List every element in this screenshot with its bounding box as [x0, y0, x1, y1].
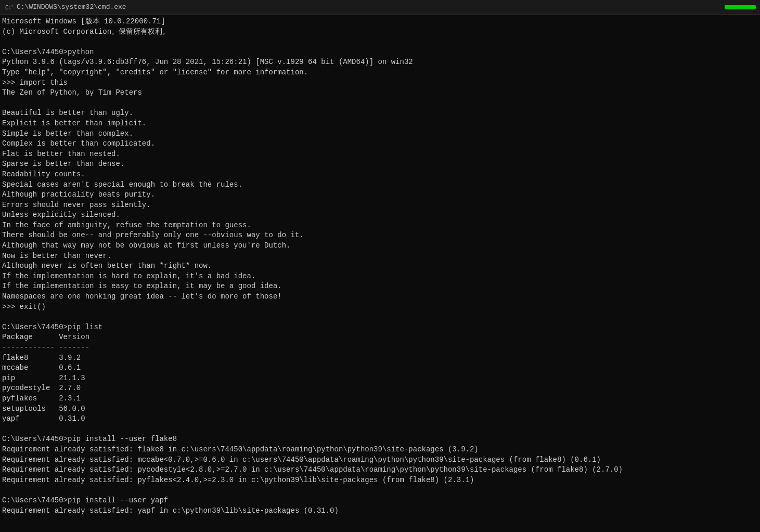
- terminal-empty-line: [2, 312, 758, 322]
- terminal-empty-line: [2, 98, 758, 109]
- terminal-line: There should be one-- and preferably onl…: [2, 230, 758, 241]
- terminal-line: >>> import this: [2, 78, 758, 88]
- terminal-line: Beautiful is better than ugly.: [2, 108, 758, 119]
- terminal-line: Although practicality beats purity.: [2, 190, 758, 200]
- terminal-line: Namespaces are one honking great idea --…: [2, 292, 758, 302]
- window-title: C:\WINDOWS\system32\cmd.exe: [17, 3, 720, 11]
- terminal-line: >>> exit(): [2, 302, 758, 313]
- terminal-line: C:\Users\74450>pip list: [2, 322, 758, 333]
- window-controls: [725, 5, 756, 9]
- terminal-line: Requirement already satisfied: flake8 in…: [2, 445, 758, 455]
- terminal-line: Requirement already satisfied: pyflakes<…: [2, 475, 758, 486]
- terminal-empty-line: [2, 485, 758, 496]
- terminal-line: setuptools 56.0.0: [2, 404, 758, 414]
- terminal-line: (c) Microsoft Corporation。保留所有权利。: [2, 27, 758, 37]
- terminal-line: C:\Users\74450>pip install --user yapf: [2, 496, 758, 506]
- terminal-line: pyflakes 2.3.1: [2, 394, 758, 404]
- terminal-empty-line: [2, 424, 758, 435]
- terminal-line: Requirement already satisfied: yapf in c…: [2, 506, 758, 516]
- terminal-line: Flat is better than nested.: [2, 149, 758, 160]
- terminal-line: If the implementation is easy to explain…: [2, 281, 758, 292]
- terminal-line: Complex is better than complicated.: [2, 139, 758, 149]
- progress-indicator: [725, 5, 756, 9]
- terminal-line: Now is better than never.: [2, 251, 758, 262]
- terminal-line: Microsoft Windows [版本 10.0.22000.71]: [2, 17, 758, 27]
- terminal-line: yapf 0.31.0: [2, 414, 758, 424]
- terminal-line: Requirement already satisfied: pycodesty…: [2, 465, 758, 475]
- svg-text:C:\: C:\: [5, 5, 12, 10]
- terminal-empty-line: [2, 37, 758, 47]
- terminal-line: Package Version: [2, 332, 758, 343]
- terminal-content: Microsoft Windows [版本 10.0.22000.71](c) …: [2, 17, 758, 516]
- terminal-line: Explicit is better than implicit.: [2, 119, 758, 129]
- terminal-line: C:\Users\74450>python: [2, 47, 758, 58]
- terminal-line: Special cases aren't special enough to b…: [2, 180, 758, 190]
- terminal-line: C:\Users\74450>pip install --user flake8: [2, 434, 758, 445]
- terminal-line: Requirement already satisfied: mccabe<0.…: [2, 455, 758, 465]
- terminal-line: ------------ -------: [2, 343, 758, 353]
- terminal-line: Unless explicitly silenced.: [2, 210, 758, 220]
- terminal-line: pip 21.1.3: [2, 373, 758, 384]
- cmd-icon: C:\: [4, 3, 12, 11]
- terminal-line: Simple is better than complex.: [2, 129, 758, 139]
- terminal-line: If the implementation is hard to explain…: [2, 271, 758, 282]
- terminal-line: Although never is often better than *rig…: [2, 261, 758, 271]
- terminal-line: Sparse is better than dense.: [2, 159, 758, 170]
- terminal-line: The Zen of Python, by Tim Peters: [2, 88, 758, 98]
- terminal-line: Errors should never pass silently.: [2, 200, 758, 211]
- terminal-line: Although that way may not be obvious at …: [2, 241, 758, 251]
- terminal-line: Readability counts.: [2, 170, 758, 180]
- terminal-line: pycodestyle 2.7.0: [2, 383, 758, 394]
- title-bar: C:\ C:\WINDOWS\system32\cmd.exe: [0, 0, 760, 15]
- terminal-line: In the face of ambiguity, refuse the tem…: [2, 220, 758, 231]
- terminal-line: Python 3.9.6 (tags/v3.9.6:db3ff76, Jun 2…: [2, 57, 758, 68]
- terminal-line: flake8 3.9.2: [2, 353, 758, 364]
- terminal-line: mccabe 0.6.1: [2, 363, 758, 373]
- terminal-body[interactable]: Microsoft Windows [版本 10.0.22000.71](c) …: [0, 15, 760, 532]
- terminal-line: Type "help", "copyright", "credits" or "…: [2, 68, 758, 78]
